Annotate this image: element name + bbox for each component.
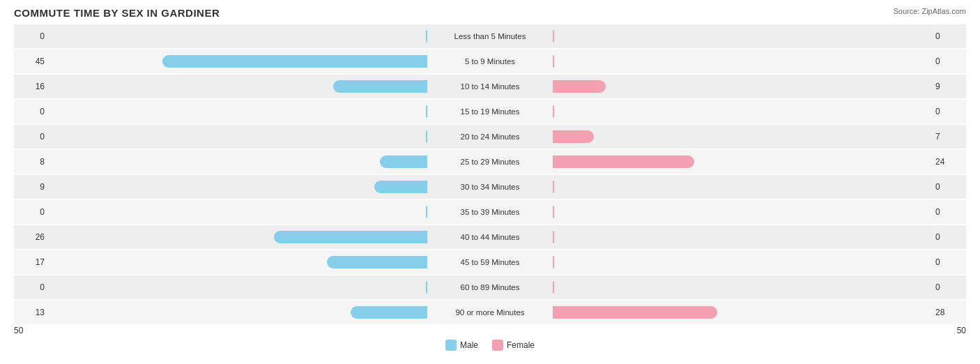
female-value: 0 — [931, 107, 966, 116]
bar-center: 45 to 59 Minutes — [49, 250, 931, 274]
left-bar-wrap — [49, 129, 427, 144]
table-row: 0 15 to 19 Minutes 0 — [14, 100, 966, 123]
table-row: 16 10 to 14 Minutes 9 — [14, 75, 966, 98]
axis-labels: 50 50 — [14, 326, 966, 335]
chart-title: COMMUTE TIME BY SEX IN GARDINER — [14, 7, 966, 19]
bar-label: 20 to 24 Minutes — [427, 132, 553, 141]
bar-pair: 40 to 44 Minutes — [49, 229, 931, 245]
female-value: 9 — [931, 82, 966, 91]
male-bar — [333, 80, 427, 93]
female-value: 0 — [931, 182, 966, 192]
right-bar-wrap — [553, 255, 931, 270]
male-value: 26 — [14, 232, 49, 242]
bar-pair: 90 or more Minutes — [49, 305, 931, 320]
right-bar-wrap — [553, 129, 931, 144]
female-bar — [553, 156, 694, 168]
female-value: 28 — [931, 308, 966, 317]
left-bar-wrap — [49, 154, 427, 169]
bars-area: 0 Less than 5 Minutes 0 45 5 to 9 Minute… — [14, 24, 966, 326]
female-bar — [553, 306, 717, 319]
bar-label: 15 to 19 Minutes — [427, 107, 553, 116]
table-row: 13 90 or more Minutes 28 — [14, 301, 966, 324]
bar-pair: 15 to 19 Minutes — [49, 104, 931, 119]
table-row: 8 25 to 29 Minutes 24 — [14, 150, 966, 174]
table-row: 0 35 to 39 Minutes 0 — [14, 200, 966, 224]
left-bar-wrap — [49, 255, 427, 270]
female-value: 0 — [931, 31, 966, 41]
male-value: 0 — [14, 207, 49, 217]
bar-center: 10 to 14 Minutes — [49, 75, 931, 98]
bar-label: 45 to 59 Minutes — [427, 258, 553, 266]
right-bar-wrap — [553, 229, 931, 245]
legend: Male Female — [14, 340, 966, 351]
female-value: 0 — [931, 56, 966, 66]
right-bar-wrap — [553, 204, 931, 220]
bar-pair: 45 to 59 Minutes — [49, 255, 931, 270]
legend-male-box — [445, 340, 457, 351]
male-value: 16 — [14, 82, 49, 91]
right-bar-wrap — [553, 154, 931, 169]
bar-pair: 10 to 14 Minutes — [49, 79, 931, 94]
bar-label: Less than 5 Minutes — [427, 32, 553, 40]
left-bar-wrap — [49, 104, 427, 119]
male-value: 17 — [14, 257, 49, 267]
female-bar — [553, 130, 594, 143]
bar-label: 10 to 14 Minutes — [427, 82, 553, 91]
right-bar-wrap — [553, 305, 931, 320]
left-bar-wrap — [49, 54, 427, 69]
bar-center: 5 to 9 Minutes — [49, 50, 931, 73]
bar-label: 5 to 9 Minutes — [427, 57, 553, 66]
bar-label: 40 to 44 Minutes — [427, 233, 553, 241]
left-bar-wrap — [49, 79, 427, 94]
chart-container: COMMUTE TIME BY SEX IN GARDINER Source: … — [0, 0, 980, 364]
legend-female-label: Female — [507, 340, 535, 350]
female-value: 0 — [931, 257, 966, 267]
table-row: 9 30 to 34 Minutes 0 — [14, 175, 966, 199]
bar-pair: 30 to 34 Minutes — [49, 179, 931, 195]
bar-pair: 25 to 29 Minutes — [49, 154, 931, 169]
left-bar-wrap — [49, 179, 427, 195]
left-bar-wrap — [49, 280, 427, 295]
right-bar-wrap — [553, 104, 931, 119]
left-bar-wrap — [49, 229, 427, 245]
table-row: 26 40 to 44 Minutes 0 — [14, 225, 966, 249]
table-row: 45 5 to 9 Minutes 0 — [14, 50, 966, 73]
left-bar-wrap — [49, 305, 427, 320]
bar-pair: 60 to 89 Minutes — [49, 280, 931, 295]
right-bar-wrap — [553, 179, 931, 195]
bar-center: 15 to 19 Minutes — [49, 100, 931, 123]
male-bar — [327, 256, 427, 268]
male-bar — [351, 306, 427, 319]
female-bar — [553, 206, 554, 218]
right-bar-wrap — [553, 54, 931, 69]
right-bar-wrap — [553, 79, 931, 94]
bar-pair: 5 to 9 Minutes — [49, 54, 931, 69]
bar-center: 60 to 89 Minutes — [49, 275, 931, 299]
right-bar-wrap — [553, 29, 931, 44]
female-value: 0 — [931, 282, 966, 292]
female-bar — [553, 30, 554, 43]
female-value: 7 — [931, 132, 966, 142]
female-value: 0 — [931, 232, 966, 242]
left-bar-wrap — [49, 29, 427, 44]
right-bar-wrap — [553, 280, 931, 295]
legend-male-label: Male — [460, 340, 478, 350]
table-row: 0 20 to 24 Minutes 7 — [14, 125, 966, 149]
bar-center: 20 to 24 Minutes — [49, 125, 931, 149]
table-row: 17 45 to 59 Minutes 0 — [14, 250, 966, 274]
bar-center: 35 to 39 Minutes — [49, 200, 931, 224]
table-row: 0 Less than 5 Minutes 0 — [14, 24, 966, 48]
source-text: Source: ZipAtlas.com — [893, 7, 966, 15]
bar-label: 25 to 29 Minutes — [427, 158, 553, 166]
bar-label: 60 to 89 Minutes — [427, 283, 553, 291]
female-bar — [553, 256, 554, 268]
bar-label: 90 or more Minutes — [427, 308, 553, 317]
bar-center: 30 to 34 Minutes — [49, 175, 931, 199]
female-bar — [553, 231, 554, 243]
male-value: 9 — [14, 182, 49, 192]
male-value: 0 — [14, 107, 49, 116]
male-bar — [162, 55, 427, 68]
legend-female-box — [492, 340, 503, 351]
male-bar — [380, 156, 427, 168]
bar-pair: 35 to 39 Minutes — [49, 204, 931, 220]
